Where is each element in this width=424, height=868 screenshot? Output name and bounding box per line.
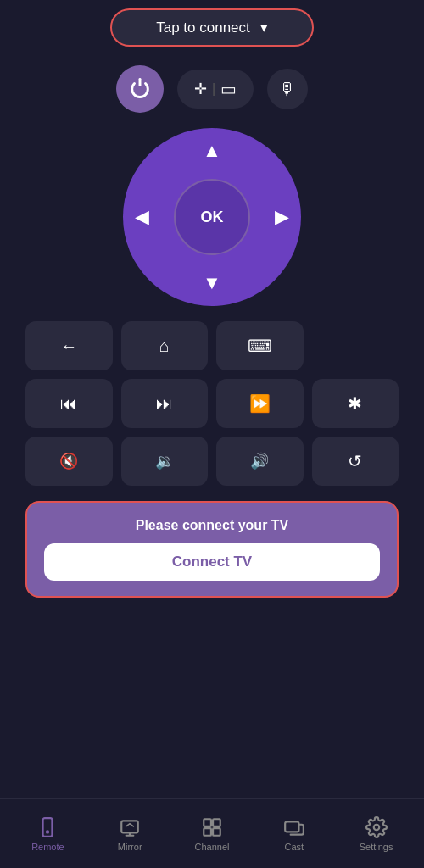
nav-label-remote: Remote	[31, 842, 64, 852]
replay-button[interactable]: ↺	[312, 437, 399, 486]
ok-label: OK	[201, 209, 224, 226]
control-buttons-grid: ← ⌂ ⌨ ⏮ ⏭ ⏩ ✱ 🔇 🔉 🔊	[25, 321, 399, 486]
nav-item-mirror[interactable]: Mirror	[89, 810, 171, 859]
svg-rect-7	[285, 821, 298, 832]
channel-nav-icon	[201, 816, 223, 838]
keyboard-button[interactable]: ⌨	[216, 321, 304, 370]
dpad-left-button[interactable]: ◀	[135, 206, 149, 228]
mirror-nav-icon	[119, 816, 141, 838]
rewind-icon: ⏮	[60, 394, 77, 414]
remote-area: ✛ | ▭ 🎙 ▲ ◀ OK ▶ ▼ ← ⌂ ⌨	[0, 55, 424, 798]
remote-nav-icon	[36, 816, 59, 838]
svg-rect-3	[204, 819, 211, 826]
svg-rect-2	[121, 821, 138, 832]
nav-item-remote[interactable]: Remote	[7, 810, 89, 859]
dpad-ok-button[interactable]: OK	[174, 179, 250, 255]
connect-banner-message: Please connect your TV	[136, 518, 289, 533]
connect-tv-button[interactable]: Connect TV	[44, 543, 380, 581]
back-icon: ←	[60, 337, 77, 356]
nav-label-cast: Cast	[284, 842, 304, 852]
nav-label-settings: Settings	[360, 842, 393, 852]
svg-rect-6	[213, 828, 220, 836]
svg-rect-4	[213, 819, 220, 826]
nav-label-channel: Channel	[195, 842, 230, 852]
connect-bar: Tap to connect ▾	[0, 0, 424, 55]
top-buttons-row: ✛ | ▭ 🎙	[25, 65, 399, 113]
home-button[interactable]: ⌂	[121, 321, 209, 370]
back-button[interactable]: ←	[25, 321, 113, 370]
move-icon: ✛	[194, 80, 207, 98]
rewind-button[interactable]: ⏮	[25, 379, 113, 428]
nav-label-mirror: Mirror	[118, 842, 142, 852]
mute-button[interactable]: 🔇	[25, 437, 113, 486]
power-button[interactable]	[116, 65, 164, 113]
play-pause-icon: ⏭	[156, 394, 173, 414]
keyboard-icon: ⌨	[248, 336, 272, 356]
connect-banner: Please connect your TV Connect TV	[25, 501, 399, 598]
navigation-pill[interactable]: ✛ | ▭	[177, 70, 254, 108]
tap-to-connect-button[interactable]: Tap to connect ▾	[110, 8, 314, 47]
volume-up-icon: 🔊	[250, 452, 269, 470]
svg-rect-5	[204, 828, 211, 836]
replay-icon: ↺	[348, 451, 362, 471]
connect-label: Tap to connect	[156, 19, 250, 36]
svg-point-1	[46, 830, 49, 833]
volume-up-button[interactable]: 🔊	[216, 437, 304, 486]
home-icon: ⌂	[159, 337, 170, 356]
divider: |	[212, 81, 215, 97]
svg-point-8	[373, 824, 379, 830]
fast-forward-icon: ⏩	[249, 393, 271, 414]
dpad: ▲ ◀ OK ▶ ▼	[123, 128, 301, 306]
microphone-icon: 🎙	[279, 80, 296, 99]
dpad-down-button[interactable]: ▼	[203, 272, 221, 294]
nav-item-cast[interactable]: Cast	[253, 810, 335, 859]
dpad-outer: ▲ ◀ OK ▶ ▼	[123, 128, 301, 306]
dpad-right-button[interactable]: ▶	[275, 206, 289, 228]
microphone-button[interactable]: 🎙	[267, 69, 308, 109]
play-pause-button[interactable]: ⏭	[121, 379, 209, 428]
dpad-up-button[interactable]: ▲	[203, 140, 221, 162]
mute-icon: 🔇	[59, 452, 78, 470]
chevron-down-icon: ▾	[260, 19, 268, 36]
volume-down-button[interactable]: 🔉	[121, 437, 209, 486]
settings-nav-icon	[365, 816, 388, 838]
volume-down-icon: 🔉	[155, 452, 174, 470]
cast-nav-icon	[283, 816, 305, 838]
nav-item-channel[interactable]: Channel	[171, 810, 254, 859]
nav-item-settings[interactable]: Settings	[335, 810, 417, 859]
screen-icon: ▭	[220, 79, 237, 99]
asterisk-icon: ✱	[348, 393, 362, 414]
fast-forward-button[interactable]: ⏩	[216, 379, 304, 428]
bottom-navigation: Remote Mirror Channel Cast Settings	[0, 798, 424, 868]
options-button[interactable]: ✱	[312, 379, 399, 428]
power-icon	[128, 77, 152, 101]
